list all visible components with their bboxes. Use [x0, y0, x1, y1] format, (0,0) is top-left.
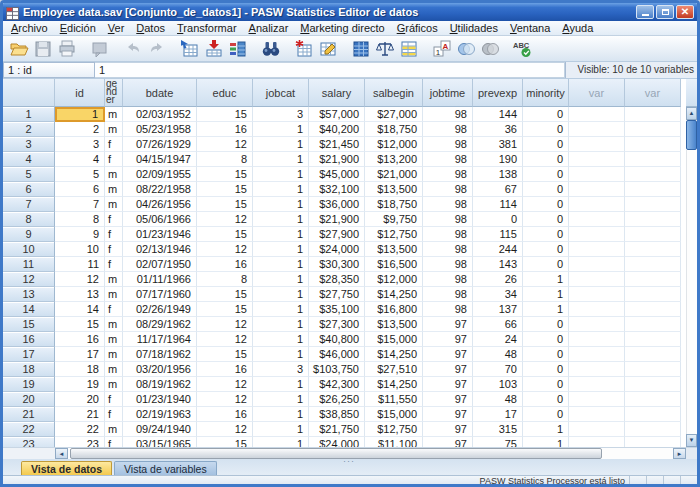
- cell-8-gender[interactable]: f: [105, 212, 123, 227]
- column-header-minority[interactable]: minority: [523, 79, 569, 107]
- cell-editor[interactable]: 1: [95, 62, 565, 78]
- close-button[interactable]: ✕: [676, 5, 694, 19]
- open-file-icon[interactable]: [7, 37, 31, 61]
- cell-22-salary[interactable]: $21,750: [309, 422, 365, 437]
- cell-15-var1[interactable]: [569, 317, 625, 332]
- cell-1-var1[interactable]: [569, 107, 625, 122]
- cell-9-var1[interactable]: [569, 227, 625, 242]
- cell-14-var2[interactable]: [625, 302, 681, 317]
- cell-9-id[interactable]: 9: [55, 227, 105, 242]
- cell-7-educ[interactable]: 15: [197, 197, 253, 212]
- cell-7-gender[interactable]: m: [105, 197, 123, 212]
- cell-11-educ[interactable]: 16: [197, 257, 253, 272]
- cell-22-minority[interactable]: 1: [523, 422, 569, 437]
- cell-10-var1[interactable]: [569, 242, 625, 257]
- row-header-1[interactable]: 1: [3, 107, 55, 122]
- cell-14-prevexp[interactable]: 137: [473, 302, 523, 317]
- cell-5-minority[interactable]: 0: [523, 167, 569, 182]
- cell-13-prevexp[interactable]: 34: [473, 287, 523, 302]
- cell-3-prevexp[interactable]: 381: [473, 137, 523, 152]
- cell-4-jobtime[interactable]: 98: [423, 152, 473, 167]
- cell-6-gender[interactable]: m: [105, 182, 123, 197]
- cell-17-gender[interactable]: m: [105, 347, 123, 362]
- cell-12-id[interactable]: 12: [55, 272, 105, 287]
- cell-17-jobtime[interactable]: 97: [423, 347, 473, 362]
- cell-22-educ[interactable]: 12: [197, 422, 253, 437]
- vertical-scroll-thumb[interactable]: [686, 120, 697, 150]
- cell-23-prevexp[interactable]: 75: [473, 437, 523, 447]
- cell-20-gender[interactable]: f: [105, 392, 123, 407]
- cell-23-educ[interactable]: 15: [197, 437, 253, 447]
- cell-4-jobcat[interactable]: 1: [253, 152, 309, 167]
- row-header-12[interactable]: 12: [3, 272, 55, 287]
- cell-6-educ[interactable]: 15: [197, 182, 253, 197]
- cell-19-minority[interactable]: 0: [523, 377, 569, 392]
- row-header-3[interactable]: 3: [3, 137, 55, 152]
- cell-15-salary[interactable]: $27,300: [309, 317, 365, 332]
- cell-17-id[interactable]: 17: [55, 347, 105, 362]
- cell-12-bdate[interactable]: 01/11/1966: [123, 272, 197, 287]
- save-icon[interactable]: [31, 37, 55, 61]
- cell-14-id[interactable]: 14: [55, 302, 105, 317]
- cell-20-salary[interactable]: $26,250: [309, 392, 365, 407]
- menu-ver[interactable]: Ver: [102, 21, 131, 35]
- row-header-18[interactable]: 18: [3, 362, 55, 377]
- cell-4-id[interactable]: 4: [55, 152, 105, 167]
- cell-10-minority[interactable]: 0: [523, 242, 569, 257]
- cell-22-jobtime[interactable]: 97: [423, 422, 473, 437]
- cell-3-jobcat[interactable]: 1: [253, 137, 309, 152]
- column-header-salbegin[interactable]: salbegin: [365, 79, 423, 107]
- cell-9-educ[interactable]: 15: [197, 227, 253, 242]
- cell-12-var1[interactable]: [569, 272, 625, 287]
- cell-5-prevexp[interactable]: 138: [473, 167, 523, 182]
- cell-19-id[interactable]: 19: [55, 377, 105, 392]
- cell-5-jobcat[interactable]: 1: [253, 167, 309, 182]
- cell-22-id[interactable]: 22: [55, 422, 105, 437]
- cell-17-salary[interactable]: $46,000: [309, 347, 365, 362]
- cell-1-jobtime[interactable]: 98: [423, 107, 473, 122]
- cell-3-bdate[interactable]: 07/26/1929: [123, 137, 197, 152]
- cell-16-jobtime[interactable]: 97: [423, 332, 473, 347]
- cell-5-educ[interactable]: 15: [197, 167, 253, 182]
- cell-14-salbegin[interactable]: $16,800: [365, 302, 423, 317]
- cell-9-jobcat[interactable]: 1: [253, 227, 309, 242]
- cell-20-prevexp[interactable]: 48: [473, 392, 523, 407]
- cell-23-jobcat[interactable]: 1: [253, 437, 309, 447]
- cell-9-jobtime[interactable]: 98: [423, 227, 473, 242]
- row-header-17[interactable]: 17: [3, 347, 55, 362]
- column-header-salary[interactable]: salary: [309, 79, 365, 107]
- cell-9-salbegin[interactable]: $12,750: [365, 227, 423, 242]
- menu-datos[interactable]: Datos: [130, 21, 171, 35]
- column-header-educ[interactable]: educ: [197, 79, 253, 107]
- cell-3-var1[interactable]: [569, 137, 625, 152]
- minimize-button[interactable]: [636, 5, 654, 19]
- cell-4-prevexp[interactable]: 190: [473, 152, 523, 167]
- menu-ayuda[interactable]: Ayuda: [556, 21, 599, 35]
- cell-7-id[interactable]: 7: [55, 197, 105, 212]
- find-icon[interactable]: [259, 37, 283, 61]
- cell-8-var1[interactable]: [569, 212, 625, 227]
- cell-4-bdate[interactable]: 04/15/1947: [123, 152, 197, 167]
- cell-3-salbegin[interactable]: $12,000: [365, 137, 423, 152]
- cell-21-jobtime[interactable]: 97: [423, 407, 473, 422]
- weight-cases-icon[interactable]: [373, 37, 397, 61]
- cell-8-jobtime[interactable]: 98: [423, 212, 473, 227]
- split-file-icon[interactable]: [349, 37, 373, 61]
- cell-22-salbegin[interactable]: $12,750: [365, 422, 423, 437]
- cell-10-educ[interactable]: 12: [197, 242, 253, 257]
- cell-20-minority[interactable]: 0: [523, 392, 569, 407]
- menu-archivo[interactable]: Archivo: [5, 21, 54, 35]
- cell-19-prevexp[interactable]: 103: [473, 377, 523, 392]
- row-header-4[interactable]: 4: [3, 152, 55, 167]
- cell-2-salbegin[interactable]: $18,750: [365, 122, 423, 137]
- cell-4-minority[interactable]: 0: [523, 152, 569, 167]
- cell-12-jobcat[interactable]: 1: [253, 272, 309, 287]
- cell-20-var1[interactable]: [569, 392, 625, 407]
- recall-dialogs-icon[interactable]: [88, 37, 112, 61]
- menu-ventana[interactable]: Ventana: [504, 21, 556, 35]
- cell-23-var1[interactable]: [569, 437, 625, 447]
- cell-7-jobtime[interactable]: 98: [423, 197, 473, 212]
- cell-21-bdate[interactable]: 02/19/1963: [123, 407, 197, 422]
- column-header-var2[interactable]: var: [625, 79, 681, 107]
- cell-6-bdate[interactable]: 08/22/1958: [123, 182, 197, 197]
